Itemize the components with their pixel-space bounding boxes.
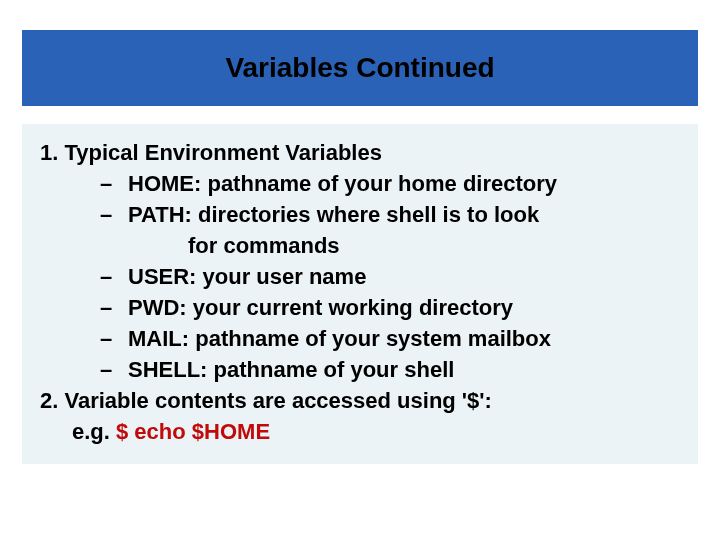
env-var-list: – HOME: pathname of your home directory … xyxy=(100,169,680,384)
dash-icon: – xyxy=(100,355,114,384)
dash-icon: – xyxy=(100,169,114,198)
env-path-line2: for commands xyxy=(188,231,680,260)
env-pwd: PWD: your current working directory xyxy=(128,293,513,322)
list-item: – USER: your user name xyxy=(100,262,680,291)
env-user: USER: your user name xyxy=(128,262,366,291)
dash-icon: – xyxy=(100,293,114,322)
slide-title: Variables Continued xyxy=(32,52,688,84)
example-prefix: e.g. xyxy=(72,419,116,444)
content-box: 1. Typical Environment Variables – HOME:… xyxy=(22,124,698,464)
example-command: $ echo $HOME xyxy=(116,419,270,444)
list-item: – PWD: your current working directory xyxy=(100,293,680,322)
list-item: – MAIL: pathname of your system mailbox xyxy=(100,324,680,353)
title-bar: Variables Continued xyxy=(22,30,698,106)
example-line: e.g. $ echo $HOME xyxy=(72,417,680,446)
env-path-line1: PATH: directories where shell is to look xyxy=(128,200,539,229)
item1-heading: 1. Typical Environment Variables xyxy=(40,138,680,167)
dash-icon: – xyxy=(100,324,114,353)
env-shell: SHELL: pathname of your shell xyxy=(128,355,454,384)
list-item: – PATH: directories where shell is to lo… xyxy=(100,200,680,229)
dash-icon: – xyxy=(100,262,114,291)
list-item: – SHELL: pathname of your shell xyxy=(100,355,680,384)
list-item: – HOME: pathname of your home directory xyxy=(100,169,680,198)
item2-heading: 2. Variable contents are accessed using … xyxy=(40,386,680,415)
env-mail: MAIL: pathname of your system mailbox xyxy=(128,324,551,353)
dash-icon: – xyxy=(100,200,114,229)
env-home: HOME: pathname of your home directory xyxy=(128,169,557,198)
